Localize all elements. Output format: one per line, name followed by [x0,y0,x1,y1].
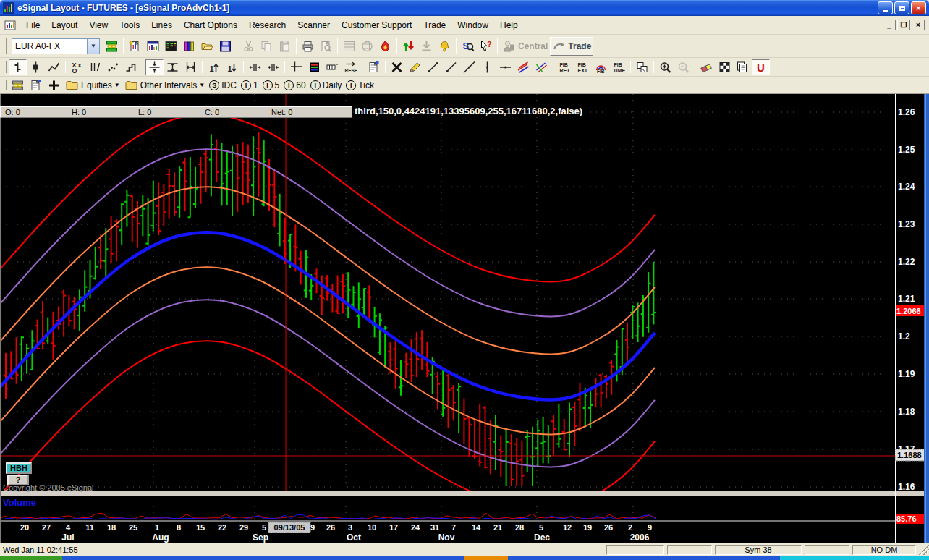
tb1-download-button[interactable] [417,37,436,56]
tb1-new-chart-button[interactable] [126,37,144,56]
minimize-button[interactable] [878,1,893,14]
tb1-portfolio-button[interactable] [180,37,198,56]
tb1-hot-list-button[interactable] [376,37,394,56]
menu-layout[interactable]: Layout [46,17,83,33]
tb2-magnet-u-button[interactable]: U [752,59,770,75]
tb3-interval-60-60-button[interactable]: I60 [281,78,307,93]
tb3-interval-5-5-button[interactable]: I5 [260,78,282,93]
tb2-scale-auto-button[interactable] [182,59,200,75]
menu-view[interactable]: View [83,17,114,33]
tb3-folder-equities-button[interactable]: Equities▼ [63,78,122,93]
toolbar-grip[interactable] [4,80,7,90]
tb2-crosshair-tool-button[interactable] [287,59,305,75]
menu-chart-options[interactable]: Chart Options [178,17,243,33]
tb2-shift-up-button[interactable]: 1 [205,59,223,75]
tb2-extended-line-tool-button[interactable] [460,59,478,75]
tb2-fill-pattern-button[interactable] [716,59,734,75]
tb2-regression-tool-button[interactable] [514,59,533,75]
tb3-interval-tick-tick-button[interactable]: ITick [344,78,376,93]
toolbar-grip[interactable] [4,61,7,73]
tb1-basket-button[interactable] [358,37,376,56]
tb2-style-bar-button[interactable] [9,59,27,75]
tb1-trade-arrow-trade-button[interactable]: Trade [550,37,593,56]
tb2-scale-compress-button[interactable] [164,59,182,75]
tb2-eraser-tool-button[interactable] [697,59,716,75]
tb3-folder-other-intervals-button[interactable]: Other Intervals▼ [122,78,208,93]
tb2-reset-tool-button[interactable]: RESET [342,59,360,75]
tb2-page-copy-button[interactable] [734,59,752,75]
tb2-vline-tool-button[interactable] [478,59,496,75]
tb3-interval-daily-daily-button[interactable]: IDaily [308,78,344,93]
symbol-combo[interactable]: EUR A0-FX ▼ [12,38,100,54]
tb1-paste-button[interactable] [276,37,294,56]
symbol-input[interactable]: EUR A0-FX [12,41,87,51]
task-item-orange[interactable] [465,556,508,560]
menu-tools[interactable]: Tools [114,17,145,33]
menu-help[interactable]: Help [494,17,524,33]
close-button[interactable]: × [911,1,926,14]
start-button[interactable] [0,556,62,560]
tb2-chart-properties-button[interactable] [365,59,383,75]
tb2-copy-drawing-button[interactable] [633,59,651,75]
tb2-fib-retracement-button[interactable]: FIBRET [556,59,574,75]
tb1-context-help-button[interactable]: ? [477,37,495,56]
tb2-color-bars-button[interactable] [305,59,323,75]
tb2-time-template-button[interactable] [323,59,342,75]
tb2-style-candle-button[interactable] [27,59,45,75]
tb2-ray-tool-button[interactable] [442,59,460,75]
tb2-hline-tool-button[interactable] [496,59,514,75]
price-chart[interactable]: 1.261.251.241.231.221.211.21.191.181.171… [0,94,929,543]
menu-research[interactable]: Research [243,17,292,33]
tb2-delete-tool-button[interactable] [388,59,406,75]
tb2-zoom-out-button[interactable] [674,59,692,75]
tb3-interval-1-1-button[interactable]: I1 [239,78,260,93]
tb2-style-dot-button[interactable] [104,59,122,75]
hbh-study-button[interactable]: HBH [6,462,32,474]
resize-grip[interactable] [919,545,929,555]
tb1-central-person-central-button[interactable]: Central [500,37,550,56]
tb2-fib-circle-button[interactable]: FIB [592,59,610,75]
restore-button[interactable] [894,1,909,14]
tb1-copy-button[interactable] [258,37,276,56]
tb1-symbol-link-button[interactable] [103,37,121,56]
tb2-style-point-figure-button[interactable]: XOx [68,59,86,75]
mdi-minimize-button[interactable]: _ [883,20,896,30]
tb2-scale-expand-button[interactable] [145,59,164,75]
pane-separator[interactable] [0,491,929,496]
menu-scanner[interactable]: Scanner [292,17,336,33]
tb2-expand-horizontal-button[interactable] [246,59,264,75]
tb2-style-spike-button[interactable] [86,59,104,75]
tb1-cut-button[interactable] [239,37,258,56]
tb2-pencil-tool-button[interactable] [406,59,424,75]
tb2-zoom-in-button[interactable] [656,59,674,75]
tb2-style-step-button[interactable] [122,59,140,75]
tb1-time-sales-button[interactable] [340,37,358,56]
menu-window[interactable]: Window [451,17,494,33]
menu-customer-support[interactable]: Customer Support [336,17,417,33]
tb1-alert-bell-button[interactable] [436,37,454,56]
toolbar-grip[interactable] [4,38,7,54]
tb2-pitchfork-tool-button[interactable] [533,59,551,75]
tb3-interval-idc-idc-button[interactable]: SIDC [207,78,239,93]
mdi-restore-button[interactable]: ❐ [897,20,910,30]
tb3-page-properties-button[interactable] [27,78,45,93]
tb1-print-preview-button[interactable] [317,37,335,56]
tb1-print-button[interactable] [299,37,317,56]
tb2-style-line-button[interactable] [45,59,63,75]
tb3-plus-bold-button[interactable] [45,78,63,93]
tb2-compress-horizontal-button[interactable] [264,59,282,75]
tb2-fib-time-button[interactable]: FIBTIME [610,59,628,75]
tb3-link-gray-button[interactable] [9,78,27,93]
tb1-symbol-search-button[interactable]: S [459,37,477,56]
chevron-down-icon[interactable]: ▼ [87,39,99,54]
mdi-close-button[interactable]: × [912,20,925,30]
title-bar[interactable]: eSignal Layout - FUTURES - [eSignal ProA… [0,0,929,16]
menu-file[interactable]: File [20,17,46,33]
tb2-trendline-tool-button[interactable] [424,59,442,75]
tb1-save-layout-button[interactable] [216,37,234,56]
tb2-shift-down-button[interactable]: 1 [223,59,241,75]
windows-taskbar[interactable] [0,556,929,560]
menu-trade[interactable]: Trade [417,17,451,33]
menu-lines[interactable]: Lines [145,17,178,33]
tb2-fib-extension-button[interactable]: FIBEXT [574,59,592,75]
